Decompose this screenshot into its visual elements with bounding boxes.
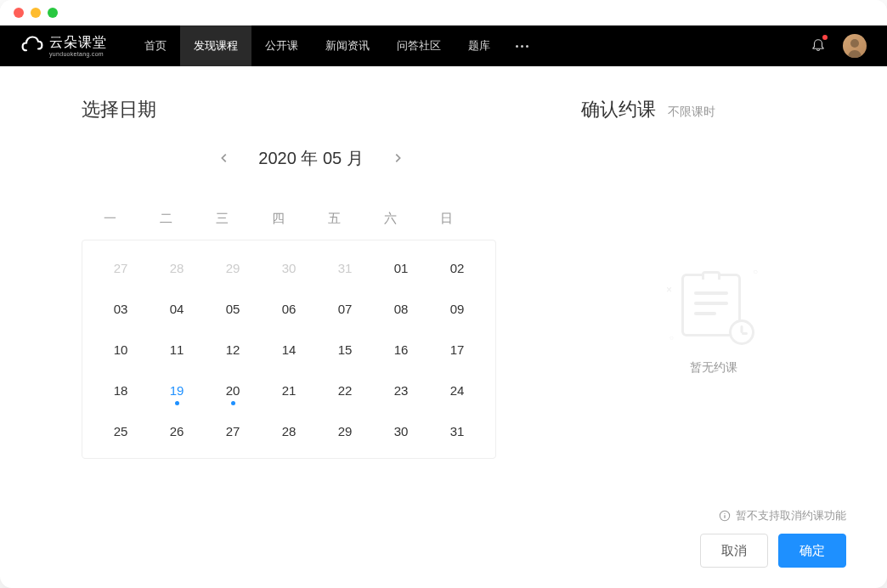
calendar-day[interactable]: 07 <box>317 288 373 329</box>
calendar-day[interactable]: 15 <box>317 329 373 370</box>
calendar-day[interactable]: 12 <box>205 329 261 370</box>
calendar-day[interactable]: 03 <box>93 288 149 329</box>
notifications-bell-icon[interactable] <box>811 37 826 55</box>
calendar-day[interactable]: 24 <box>429 370 485 410</box>
weekday-label: 三 <box>194 197 250 240</box>
logo-cloud-icon <box>20 34 44 58</box>
nav-more-button[interactable] <box>504 45 540 48</box>
calendar-day[interactable]: 18 <box>93 370 149 410</box>
logo-subtext: yunduoketang.com <box>49 51 107 57</box>
calendar-day[interactable]: 14 <box>261 329 317 370</box>
calendar-day[interactable]: 29 <box>317 410 373 451</box>
app-window: 云朵课堂 yunduoketang.com 首页发现课程公开课新闻资讯问答社区题… <box>0 0 887 588</box>
calendar-day: 29 <box>205 247 261 288</box>
nav-item[interactable]: 新闻资讯 <box>312 25 383 66</box>
calendar-day[interactable]: 02 <box>429 247 485 288</box>
calendar-day[interactable]: 31 <box>429 410 485 451</box>
weekday-header: 一二三四五六日 <box>82 197 540 240</box>
confirm-button[interactable]: 确定 <box>778 534 846 568</box>
window-minimize-icon[interactable] <box>31 8 41 18</box>
weekday-label: 五 <box>306 197 362 240</box>
calendar-day[interactable]: 08 <box>373 288 429 329</box>
calendar-day[interactable]: 27 <box>205 410 261 451</box>
current-month-label: 2020 年 05 月 <box>258 147 363 170</box>
window-close-icon[interactable] <box>14 8 24 18</box>
weekday-label: 六 <box>362 197 418 240</box>
info-icon <box>719 510 731 522</box>
calendar-day[interactable]: 10 <box>93 329 149 370</box>
calendar-day[interactable]: 16 <box>373 329 429 370</box>
calendar-day: 31 <box>317 247 373 288</box>
calendar-day[interactable]: 22 <box>317 370 373 410</box>
cancel-hint: 暂不支持取消约课功能 <box>581 508 846 523</box>
empty-state: × ○ ○ 暂无约课 <box>581 129 846 508</box>
calendar-day[interactable]: 28 <box>261 410 317 451</box>
calendar-day[interactable]: 30 <box>373 410 429 451</box>
logo-text: 云朵课堂 <box>49 36 107 49</box>
calendar-day[interactable]: 05 <box>205 288 261 329</box>
logo[interactable]: 云朵课堂 yunduoketang.com <box>20 34 107 58</box>
nav-item[interactable]: 题库 <box>455 25 504 66</box>
calendar-day[interactable]: 20 <box>205 370 261 410</box>
calendar-day[interactable]: 17 <box>429 329 485 370</box>
calendar-grid: 2728293031010203040506070809101112141516… <box>93 247 485 451</box>
calendar-day[interactable]: 21 <box>261 370 317 410</box>
calendar-day[interactable]: 01 <box>373 247 429 288</box>
confirm-subtitle: 不限课时 <box>668 105 715 120</box>
calendar-day[interactable]: 04 <box>149 288 205 329</box>
calendar-day[interactable]: 09 <box>429 288 485 329</box>
window-maximize-icon[interactable] <box>48 8 58 18</box>
calendar-day[interactable]: 06 <box>261 288 317 329</box>
nav-item[interactable]: 发现课程 <box>180 25 251 66</box>
select-date-title: 选择日期 <box>82 97 540 122</box>
next-month-button[interactable] <box>386 146 410 170</box>
cancel-button[interactable]: 取消 <box>700 534 768 568</box>
window-titlebar <box>0 0 887 25</box>
calendar-day[interactable]: 23 <box>373 370 429 410</box>
nav-item[interactable]: 公开课 <box>251 25 312 66</box>
calendar-day: 27 <box>93 247 149 288</box>
weekday-label: 二 <box>138 197 194 240</box>
empty-clipboard-icon: × ○ ○ <box>671 262 756 347</box>
nav-item[interactable]: 问答社区 <box>383 25 455 66</box>
calendar-day: 28 <box>149 247 205 288</box>
prev-month-button[interactable] <box>212 146 236 170</box>
nav-item[interactable]: 首页 <box>131 25 180 66</box>
confirm-panel: 确认约课 不限课时 × ○ ○ 暂无约课 <box>581 66 887 588</box>
date-picker-panel: 选择日期 2020 年 05 月 一二三四五六日 272829303101020… <box>0 66 581 588</box>
weekday-label: 四 <box>250 197 306 240</box>
weekday-label: 一 <box>82 197 138 240</box>
calendar-day[interactable]: 19 <box>149 370 205 410</box>
top-nav: 云朵课堂 yunduoketang.com 首页发现课程公开课新闻资讯问答社区题… <box>0 25 887 66</box>
empty-text: 暂无约课 <box>690 360 737 376</box>
calendar-day[interactable]: 26 <box>149 410 205 451</box>
calendar-day[interactable]: 11 <box>149 329 205 370</box>
calendar-day[interactable]: 25 <box>93 410 149 451</box>
weekday-label: 日 <box>418 197 474 240</box>
calendar-day: 30 <box>261 247 317 288</box>
user-avatar[interactable] <box>843 34 867 58</box>
confirm-title: 确认约课 <box>581 97 656 122</box>
svg-point-0 <box>850 39 859 48</box>
notification-dot-icon <box>822 35 828 40</box>
